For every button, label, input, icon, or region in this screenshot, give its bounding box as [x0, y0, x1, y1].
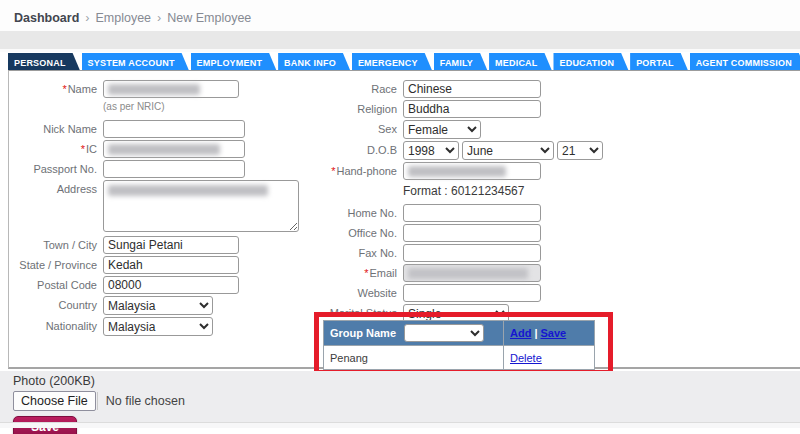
group-row-name: Penang [324, 346, 504, 370]
group-table-header-row: Group Name Add|Save [324, 321, 595, 346]
postal-code-label: Postal Code [13, 276, 103, 291]
country-select[interactable]: Malaysia [103, 296, 213, 315]
required-marker: * [364, 267, 368, 279]
nationality-label: Nationality [13, 317, 103, 332]
postal-code-input[interactable] [103, 276, 239, 294]
breadcrumb-dashboard[interactable]: Dashboard [14, 11, 79, 25]
state-province-input[interactable] [103, 256, 239, 274]
office-no-input[interactable] [403, 224, 541, 242]
breadcrumb-new-employee: New Employee [167, 11, 251, 25]
breadcrumb-employee[interactable]: Employee [95, 11, 151, 25]
redacted-ic-value [108, 144, 220, 155]
group-table-row: Penang Delete [324, 346, 595, 370]
header-band [0, 31, 800, 49]
group-name-table: Group Name Add|Save Penang Delete [323, 320, 595, 370]
group-name-select[interactable] [404, 324, 484, 342]
fax-no-input[interactable] [403, 244, 541, 262]
breadcrumb-separator: › [157, 11, 161, 25]
nick-name-input[interactable] [103, 120, 245, 138]
passport-label: Passport No. [13, 160, 103, 175]
action-separator: | [534, 327, 537, 339]
dob-day-select[interactable]: 21 [557, 141, 603, 160]
redacted-hand-phone-value [408, 166, 506, 177]
website-input[interactable] [403, 284, 541, 302]
redacted-email-value [408, 268, 528, 279]
required-marker: * [331, 165, 335, 177]
required-marker: * [81, 143, 85, 155]
sex-select[interactable]: Female [403, 120, 481, 139]
dob-month-select[interactable]: June [462, 141, 554, 160]
email-label: *Email [307, 264, 403, 279]
group-name-header-label: Group Name [330, 327, 396, 339]
redacted-name-value [108, 84, 200, 95]
no-file-chosen-text: No file chosen [106, 394, 185, 408]
breadcrumb: Dashboard›Employee›New Employee [0, 0, 800, 31]
photo-label: Photo (200KB) [13, 373, 800, 388]
home-no-input[interactable] [403, 204, 541, 222]
hand-phone-format-note: Format : 60121234567 [403, 182, 524, 202]
race-input[interactable] [403, 80, 541, 98]
dob-label: D.O.B [307, 141, 403, 156]
state-province-label: State / Province [13, 256, 103, 271]
nick-name-label: Nick Name [13, 120, 103, 135]
form-left-column: *Name (as per NRIC) Nick Name *IC [13, 80, 315, 338]
redacted-address-value [108, 185, 268, 196]
breadcrumb-separator: › [85, 11, 89, 25]
passport-input[interactable] [103, 160, 245, 178]
choose-file-button[interactable]: Choose File [13, 391, 96, 411]
hand-phone-label: *Hand-phone [307, 162, 403, 177]
nationality-select[interactable]: Malaysia [103, 317, 213, 336]
name-label: *Name [13, 80, 103, 95]
address-label: Address [13, 180, 103, 195]
group-save-link[interactable]: Save [540, 327, 566, 339]
required-marker: * [62, 83, 66, 95]
form-right-column: Race Religion Sex Female D.O.B 1998 June [307, 80, 607, 325]
personal-form-panel: *Name (as per NRIC) Nick Name *IC [8, 70, 800, 369]
religion-input[interactable] [403, 100, 541, 118]
race-label: Race [307, 80, 403, 95]
file-divider [97, 392, 98, 410]
religion-label: Religion [307, 100, 403, 115]
group-delete-link[interactable]: Delete [510, 352, 542, 364]
fax-no-label: Fax No. [307, 244, 403, 259]
town-city-label: Town / City [13, 236, 103, 251]
group-add-link[interactable]: Add [510, 327, 531, 339]
ic-label: *IC [13, 140, 103, 155]
sex-label: Sex [307, 120, 403, 135]
name-note: (as per NRIC) [103, 101, 165, 112]
photo-section: Photo (200KB) Choose File No file chosen… [0, 371, 800, 428]
dob-year-select[interactable]: 1998 [403, 141, 459, 160]
home-no-label: Home No. [307, 204, 403, 219]
marital-status-label: Marital Status [307, 304, 403, 319]
office-no-label: Office No. [307, 224, 403, 239]
website-label: Website [307, 284, 403, 299]
page-bottom-strip [0, 422, 800, 428]
town-city-input[interactable] [103, 236, 239, 254]
country-label: Country [13, 296, 103, 311]
